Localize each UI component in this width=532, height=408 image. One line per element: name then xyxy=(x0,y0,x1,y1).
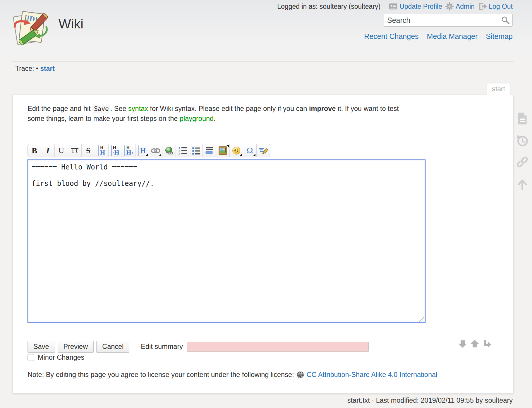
intro-text: . xyxy=(214,115,216,122)
ordered-list-icon: 123 xyxy=(178,146,187,155)
unordered-list-icon xyxy=(191,146,201,155)
intro-text: . See xyxy=(110,105,128,112)
admin-label: Admin xyxy=(456,3,475,11)
arrow-up-icon[interactable] xyxy=(469,338,480,349)
globe-link-icon xyxy=(165,146,174,155)
gear-icon xyxy=(445,2,454,11)
search-box xyxy=(384,14,513,27)
nav-recent-changes[interactable]: Recent Changes xyxy=(364,32,418,41)
syntax-link[interactable]: syntax xyxy=(128,105,148,112)
globe-icon xyxy=(296,371,304,379)
logout-label: Log Out xyxy=(489,3,513,11)
wrap-toggle-icon[interactable] xyxy=(481,338,492,349)
unordered-list-button[interactable] xyxy=(189,144,203,157)
magnifier-icon[interactable] xyxy=(501,16,510,25)
internal-link-button[interactable] xyxy=(149,144,162,157)
editor-size-controls xyxy=(457,338,492,349)
underline-button[interactable]: U xyxy=(55,144,68,157)
nav-sitemap[interactable]: Sitemap xyxy=(486,32,513,41)
intro-text: for Wiki syntax. Please edit the page on… xyxy=(148,105,309,112)
wikitext-editor[interactable]: ====== Hello World ====== first blood by… xyxy=(28,160,425,323)
intro-improve: improve xyxy=(309,105,336,112)
headline-select-button[interactable]: H xyxy=(135,144,149,157)
nav-media-manager[interactable]: Media Manager xyxy=(427,32,478,41)
breadcrumb-separator: • xyxy=(36,65,38,72)
horizontal-rule-button[interactable] xyxy=(203,144,216,157)
search-input[interactable] xyxy=(384,16,501,25)
headline-lower-icon: H▸H xyxy=(111,145,119,156)
external-link-button[interactable] xyxy=(162,144,176,157)
edit-actions: Save Preview Cancel Edit summary xyxy=(28,341,369,353)
save-button[interactable]: Save xyxy=(28,341,55,353)
smiley-button[interactable] xyxy=(230,144,243,157)
minor-changes-label: Minor Changes xyxy=(38,354,84,361)
update-profile-label: Update Profile xyxy=(399,3,442,11)
old-revisions-icon[interactable] xyxy=(515,133,530,148)
editor-toolbar: B I U TT S HH H▸H HH◂ H 123 xyxy=(28,144,270,157)
show-page-icon[interactable] xyxy=(515,111,530,126)
headline-higher-icon: HH◂ xyxy=(124,145,133,156)
svg-text:3: 3 xyxy=(179,152,180,155)
special-chars-button[interactable]: Ω xyxy=(243,144,257,157)
chain-link-icon xyxy=(151,148,161,154)
preview-button[interactable]: Preview xyxy=(58,341,94,353)
update-profile-link[interactable]: Update Profile xyxy=(389,2,442,11)
user-bar: Logged in as: soulteary (soulteary) Upda… xyxy=(277,2,513,11)
minor-changes-row: Minor Changes xyxy=(28,354,84,361)
page-meta: start.txt · Last modified: 2019/02/11 09… xyxy=(347,397,513,404)
breadcrumb: Trace: • start xyxy=(12,61,514,73)
horizontal-rule-icon xyxy=(205,147,214,155)
strikethrough-button[interactable]: S xyxy=(82,144,95,157)
site-title: Wiki xyxy=(59,16,83,32)
breadcrumb-label: Trace: xyxy=(15,65,34,72)
italic-button[interactable]: I xyxy=(41,144,55,157)
logout-icon xyxy=(478,2,487,11)
edit-intro: Edit the page and hit Save. See syntax f… xyxy=(28,104,411,124)
intro-text: Edit the page and hit xyxy=(28,105,92,112)
back-to-top-icon[interactable] xyxy=(515,177,530,192)
logout-link[interactable]: Log Out xyxy=(478,2,513,11)
smiley-icon xyxy=(232,147,240,155)
headline-same-button[interactable]: HH xyxy=(95,144,109,157)
image-button[interactable] xyxy=(216,144,230,157)
playground-link[interactable]: playground xyxy=(180,115,214,122)
logged-in-text: Logged in as: soulteary (soulteary) xyxy=(277,3,380,11)
dokuwiki-edit-page: Logged in as: soulteary (soulteary) Upda… xyxy=(0,0,532,408)
signature-icon xyxy=(259,147,268,155)
site-nav: Recent Changes Media Manager Sitemap xyxy=(364,32,513,41)
breadcrumb-start-link[interactable]: start xyxy=(40,65,55,72)
save-kbd: Save xyxy=(92,105,110,113)
tab-start[interactable]: start xyxy=(487,83,510,95)
headline-select-icon: H xyxy=(138,145,146,156)
minor-changes-checkbox[interactable] xyxy=(28,354,34,361)
dokuwiki-logo: [[DW] xyxy=(11,8,50,47)
bold-button[interactable]: B xyxy=(28,144,41,157)
headline-higher-button[interactable]: HH◂ xyxy=(122,144,135,157)
cancel-button[interactable]: Cancel xyxy=(96,341,129,353)
license-text: Note: By editing this page you agree to … xyxy=(28,371,294,379)
headline-lower-button[interactable]: H▸H xyxy=(109,144,122,157)
content-box: Edit the page and hit Save. See syntax f… xyxy=(12,94,514,394)
image-icon xyxy=(219,146,227,155)
license-link[interactable]: CC Attribution-Share Alike 4.0 Internati… xyxy=(307,371,437,379)
arrow-down-icon[interactable] xyxy=(457,338,468,349)
ordered-list-button[interactable]: 123 xyxy=(176,144,189,157)
id-card-icon xyxy=(389,2,398,11)
backlinks-icon[interactable] xyxy=(515,155,530,170)
signature-button[interactable] xyxy=(257,144,270,157)
monospace-button[interactable]: TT xyxy=(68,144,82,157)
edit-summary-label: Edit summary xyxy=(141,343,183,351)
edit-summary-input[interactable] xyxy=(187,342,369,352)
license-note: Note: By editing this page you agree to … xyxy=(28,371,437,379)
admin-link[interactable]: Admin xyxy=(445,2,475,11)
page-tools xyxy=(515,111,530,192)
headline-same-icon: HH xyxy=(98,145,105,156)
